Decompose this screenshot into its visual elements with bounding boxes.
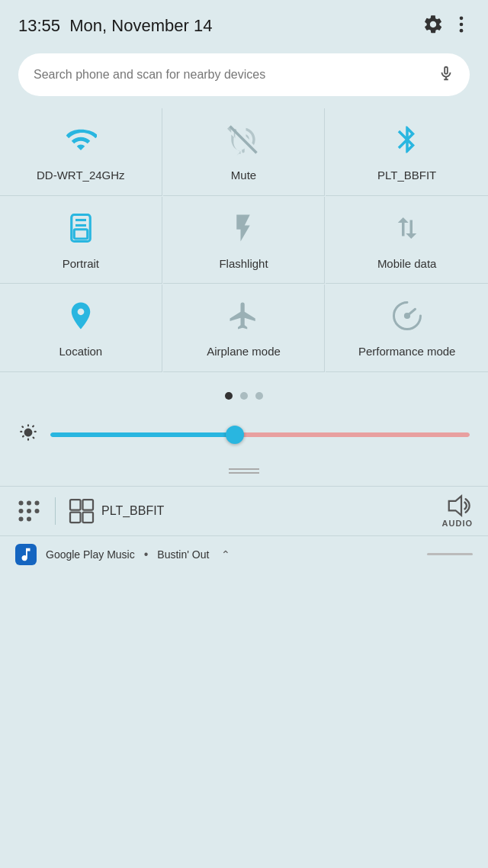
svg-point-1 — [460, 23, 464, 27]
svg-rect-19 — [70, 500, 81, 510]
tile-performancemode-label: Performance mode — [358, 344, 456, 359]
svg-marker-23 — [449, 496, 461, 515]
dot-2[interactable] — [240, 392, 248, 400]
tile-portrait-label: Portrait — [63, 256, 99, 272]
more-options-icon[interactable] — [453, 14, 470, 38]
device-shortcut[interactable]: PLT_BBFIT — [68, 497, 164, 525]
audio-icon — [444, 494, 471, 517]
tile-mobiledata[interactable]: Mobile data — [326, 197, 488, 285]
tile-bluetooth[interactable]: PLT_BBFIT — [326, 108, 488, 196]
svg-rect-22 — [83, 512, 94, 522]
tile-location-label: Location — [59, 344, 102, 359]
audio-button[interactable]: AUDIO — [442, 494, 473, 528]
tile-portrait[interactable]: Portrait — [0, 197, 162, 285]
portrait-icon — [65, 212, 97, 244]
now-playing-chevron: ⌃ — [221, 548, 230, 561]
performance-mode-icon — [391, 300, 423, 332]
status-time: 13:55 — [18, 16, 60, 35]
svg-point-11 — [19, 500, 24, 505]
brightness-row — [0, 407, 488, 455]
search-input[interactable] — [34, 68, 429, 82]
status-date: Mon, November 14 — [69, 16, 212, 35]
status-bar: 13:55 Mon, November 14 — [0, 0, 488, 47]
tile-mobiledata-label: Mobile data — [377, 256, 437, 272]
svg-point-15 — [27, 509, 31, 513]
bluetooth-icon — [391, 124, 423, 156]
settings-icon[interactable] — [422, 14, 444, 38]
mobile-data-icon — [391, 212, 423, 244]
now-playing-bar[interactable]: Google Play Music • Bustin' Out ⌃ — [0, 535, 488, 573]
tile-mute[interactable]: Mute — [163, 108, 326, 196]
svg-point-17 — [19, 516, 24, 521]
airplane-mode-icon — [227, 300, 259, 332]
svg-point-8 — [405, 313, 409, 317]
tile-performancemode[interactable]: Performance mode — [326, 285, 488, 372]
bottom-device-label: PLT_BBFIT — [101, 504, 164, 518]
svg-point-18 — [27, 516, 31, 521]
app-shortcuts[interactable] — [15, 497, 43, 525]
tile-airplanemode-label: Airplane mode — [207, 344, 281, 359]
now-playing-song: Bustin' Out — [157, 548, 209, 561]
tile-airplanemode[interactable]: Airplane mode — [163, 285, 326, 372]
location-icon — [65, 300, 97, 332]
mic-icon[interactable] — [438, 63, 454, 87]
svg-point-12 — [27, 500, 31, 505]
tile-wifi-label: DD-WRT_24GHz — [37, 168, 125, 183]
apps-icon[interactable] — [15, 497, 43, 525]
flashlight-icon — [227, 212, 259, 244]
tile-location[interactable]: Location — [0, 285, 162, 372]
audio-label: AUDIO — [442, 519, 473, 528]
svg-point-16 — [35, 509, 40, 513]
now-playing-app: Google Play Music — [46, 548, 135, 561]
svg-rect-21 — [70, 512, 81, 522]
svg-point-13 — [35, 500, 40, 505]
brightness-icon — [18, 423, 38, 447]
tile-bluetooth-label: PLT_BBFIT — [377, 168, 436, 183]
dot-3[interactable] — [255, 392, 263, 400]
mute-icon — [227, 124, 259, 156]
svg-point-2 — [460, 29, 464, 33]
pagination-dots — [0, 378, 488, 407]
bottom-right-line — [427, 553, 473, 555]
svg-rect-7 — [74, 229, 88, 238]
tile-mute-label: Mute — [231, 168, 256, 183]
now-playing-separator: • — [144, 548, 149, 561]
bottom-bar-divider — [55, 497, 56, 525]
wifi-icon — [65, 124, 97, 156]
drag-handle[interactable] — [0, 455, 488, 486]
tile-flashlight[interactable]: Flashlight — [163, 197, 326, 285]
time-date: 13:55 Mon, November 14 — [18, 16, 212, 36]
svg-point-0 — [460, 17, 464, 21]
svg-rect-20 — [83, 500, 94, 510]
tile-flashlight-label: Flashlight — [219, 256, 268, 272]
music-app-icon — [15, 544, 37, 565]
tile-wifi[interactable]: DD-WRT_24GHz — [0, 108, 162, 196]
dot-1[interactable] — [225, 392, 233, 400]
brightness-slider-container[interactable] — [50, 432, 470, 437]
quick-tiles-grid: DD-WRT_24GHz Mute PLT_BBFIT Portrait — [0, 108, 488, 372]
svg-point-14 — [19, 509, 24, 513]
bottom-bar: PLT_BBFIT AUDIO — [0, 486, 488, 535]
drag-handle-icon — [229, 462, 259, 480]
search-bar[interactable] — [18, 53, 470, 96]
device-grid-icon — [68, 497, 95, 525]
